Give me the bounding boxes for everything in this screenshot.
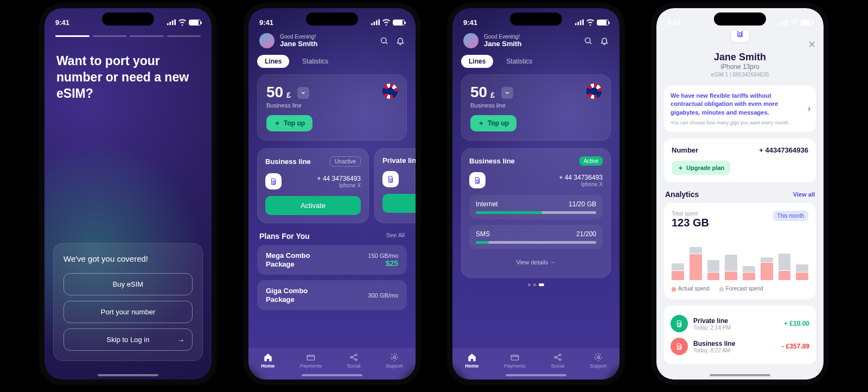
- phone-frame-1: 9:41 Want to port your number or need a …: [39, 3, 217, 385]
- nav-support[interactable]: Support: [386, 352, 403, 369]
- nav-payments[interactable]: Payments: [504, 352, 526, 369]
- gear-icon: [390, 352, 399, 362]
- plan-name: Giga Combo Package: [266, 287, 331, 304]
- transaction-row[interactable]: Private line Today, 2:14 PM + £10.00: [671, 312, 809, 335]
- svg-point-13: [355, 354, 357, 356]
- wifi-icon: [586, 19, 595, 26]
- transaction-row[interactable]: Business line Today, 8:22 AM - £357.89: [671, 335, 809, 358]
- nav-support[interactable]: Support: [590, 352, 607, 369]
- onboarding-screen: 9:41 Want to port your number or need a …: [44, 8, 212, 380]
- line-card-business[interactable]: Business line Unactive + 44 34736493 Iph…: [257, 148, 369, 223]
- chart-bar: [743, 237, 755, 280]
- tab-statistics[interactable]: Statistics: [499, 55, 540, 68]
- tab-lines[interactable]: Lines: [257, 55, 289, 68]
- topup-button[interactable]: Top up: [470, 115, 516, 131]
- balance-amount: 50: [470, 84, 487, 101]
- balance-dropdown[interactable]: [501, 87, 513, 99]
- line-card-private[interactable]: Private lin Ac: [374, 148, 416, 223]
- svg-rect-22: [511, 355, 519, 360]
- svg-rect-9: [273, 181, 275, 184]
- upgrade-plan-button[interactable]: Upgrade plan: [672, 161, 730, 175]
- avatar[interactable]: [463, 33, 478, 48]
- battery-icon: [597, 20, 609, 26]
- sim-icon: [671, 338, 688, 355]
- see-all-link[interactable]: See All: [386, 232, 405, 241]
- balance-dropdown[interactable]: [297, 87, 309, 99]
- buy-esim-button[interactable]: Buy eSIM: [63, 273, 193, 295]
- svg-rect-3: [174, 20, 176, 26]
- analytics-title: Analytics: [665, 190, 699, 199]
- chart-bar: [725, 237, 737, 280]
- line-cards-row: Business line Unactive + 44 34736493 Iph…: [248, 148, 416, 223]
- topup-label: Top up: [488, 119, 509, 127]
- chart-bar: [690, 237, 702, 280]
- port-number-button[interactable]: Port your number: [63, 301, 193, 323]
- balance-currency: £: [490, 91, 495, 99]
- month-badge[interactable]: This month: [773, 211, 808, 221]
- status-time: 9:41: [463, 18, 477, 27]
- promo-card[interactable]: We have new flexible tariffs without con…: [664, 85, 816, 132]
- nav-social[interactable]: Social: [347, 352, 361, 369]
- svg-rect-4: [371, 23, 373, 26]
- tx-time: Today, 8:22 AM: [693, 347, 776, 353]
- line-device: Iphone X: [317, 182, 361, 188]
- onboarding-card: We've got you covered! Buy eSIM Port you…: [53, 243, 203, 361]
- balance-subtitle: Business line: [470, 102, 602, 109]
- search-icon[interactable]: [380, 36, 388, 45]
- battery-icon: [801, 20, 813, 26]
- nav-home[interactable]: Home: [465, 352, 478, 369]
- avatar[interactable]: [259, 33, 275, 48]
- user-name: Jane Smith: [484, 40, 578, 48]
- nav-payments[interactable]: Payments: [300, 352, 322, 369]
- line-name: Business line: [469, 157, 515, 165]
- chart-legend: Actual spend Forecast spend: [672, 286, 808, 292]
- tab-statistics[interactable]: Statistics: [295, 55, 336, 68]
- balance-card: 50 £ Business line Top up: [257, 74, 407, 141]
- balance-subtitle: Business line: [266, 102, 398, 109]
- plan-card[interactable]: Mega Combo Package 150 GB/mo $25: [257, 245, 407, 275]
- plus-icon: [274, 120, 280, 127]
- activate-button[interactable]: Activate: [265, 196, 361, 215]
- nav-home[interactable]: Home: [261, 352, 275, 369]
- plan-name: Mega Combo Package: [266, 251, 331, 268]
- svg-rect-31: [739, 33, 742, 35]
- home-indicator: [506, 374, 566, 376]
- usage-label: Internet: [476, 200, 498, 208]
- tab-lines[interactable]: Lines: [461, 55, 493, 68]
- nav-support-label: Support: [386, 363, 403, 369]
- onboarding-progress: [44, 30, 212, 42]
- topup-button[interactable]: Top up: [266, 115, 312, 131]
- number-label: Number: [672, 146, 698, 154]
- activate-button[interactable]: Ac: [382, 194, 416, 213]
- skip-login-button[interactable]: Skip to Log in →: [63, 328, 193, 351]
- sheet-sim-icon: [730, 31, 750, 43]
- svg-point-26: [597, 356, 600, 359]
- phone-frame-4: 9:41 ✕ Jane Smith iPhone 13pro eSIM 1 | …: [651, 3, 829, 385]
- search-icon[interactable]: [584, 36, 592, 45]
- home-icon: [263, 352, 273, 362]
- svg-rect-5: [373, 22, 375, 25]
- view-all-link[interactable]: View all: [793, 191, 815, 198]
- nav-social[interactable]: Social: [551, 352, 565, 369]
- bell-icon[interactable]: [600, 36, 609, 45]
- transactions-card: Private line Today, 2:14 PM + £10.00 Bus…: [664, 306, 816, 364]
- usage-value: 21/200: [576, 230, 596, 238]
- wallet-icon: [306, 352, 316, 362]
- view-details-link[interactable]: View details →: [469, 255, 603, 270]
- bell-icon[interactable]: [396, 36, 405, 45]
- sheet-esim: eSIM 1 | 085342684635: [664, 72, 816, 78]
- svg-point-25: [559, 359, 561, 361]
- plan-card[interactable]: Giga Combo Package 300 GB/mo: [257, 280, 407, 310]
- nav-payments-label: Payments: [300, 363, 322, 369]
- phone-frame-3: 9:41 Good Evening! Jane Smith Lines Stat…: [447, 3, 625, 385]
- close-button[interactable]: ✕: [808, 39, 816, 50]
- line-phone: + 44 34736493: [317, 175, 361, 182]
- line-detail-sheet-screen: 9:41 ✕ Jane Smith iPhone 13pro eSIM 1 | …: [656, 8, 824, 380]
- svg-rect-29: [784, 20, 786, 25]
- status-badge: Unactive: [330, 156, 361, 167]
- analytics-card: This month Total spent 123 GB Actual spe…: [664, 203, 816, 299]
- nav-home-label: Home: [465, 363, 478, 369]
- svg-point-12: [350, 357, 352, 358]
- tx-name: Business line: [693, 340, 776, 347]
- plan-data: 150 GB/mo: [368, 252, 398, 259]
